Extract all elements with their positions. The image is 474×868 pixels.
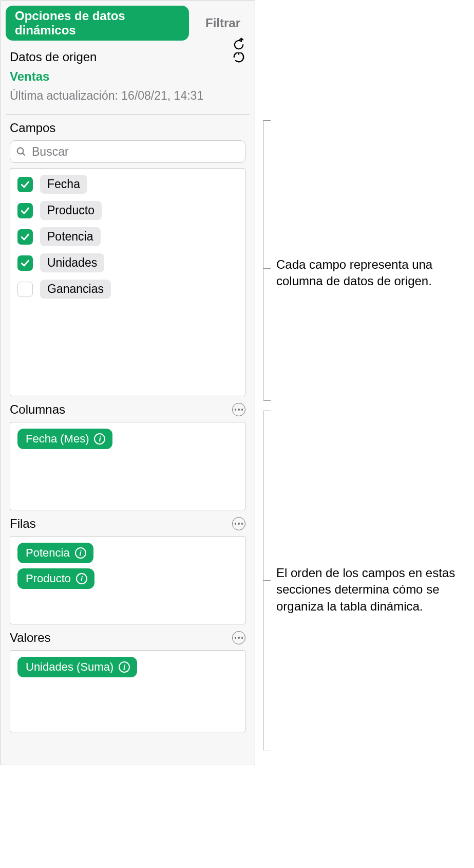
tab-filter[interactable]: Filtrar xyxy=(196,13,250,33)
panel-tabs: Opciones de datos dinámicos Filtrar xyxy=(6,6,250,41)
values-label: Valores xyxy=(10,631,51,645)
check-icon xyxy=(20,206,30,216)
field-pill-producto[interactable]: Producto xyxy=(40,201,102,220)
callout-fields: Cada campo representa una columna de dat… xyxy=(276,256,466,290)
field-checkbox-fecha[interactable] xyxy=(17,177,33,192)
svg-line-1 xyxy=(23,153,25,155)
column-field-fecha-mes[interactable]: Fecha (Mes) i xyxy=(17,429,112,449)
field-checkbox-ganancias[interactable] xyxy=(17,282,33,297)
pill-label: Producto xyxy=(26,572,71,585)
info-icon[interactable]: i xyxy=(119,661,130,673)
field-row: Potencia xyxy=(17,227,238,246)
rows-dropzone[interactable]: Potencia i Producto i xyxy=(10,536,245,624)
field-pill-unidades[interactable]: Unidades xyxy=(40,253,104,272)
tab-pivot-options[interactable]: Opciones de datos dinámicos xyxy=(6,6,189,41)
fields-list: Fecha Producto Potencia Unidades xyxy=(10,168,245,396)
field-row: Ganancias xyxy=(17,280,238,299)
last-updated-text: Última actualización: 16/08/21, 14:31 xyxy=(10,89,245,103)
check-icon xyxy=(20,179,30,190)
callout-order: El orden de los campos en estas seccione… xyxy=(276,565,471,615)
pill-label: Unidades (Suma) xyxy=(26,660,113,674)
fields-search[interactable] xyxy=(10,140,245,163)
refresh-icon[interactable] xyxy=(232,36,245,52)
pill-label: Fecha (Mes) xyxy=(26,432,89,446)
source-label: Datos de origen xyxy=(10,50,97,64)
pivot-options-panel: Opciones de datos dinámicos Filtrar Dato… xyxy=(0,0,255,765)
field-pill-fecha[interactable]: Fecha xyxy=(40,175,87,194)
field-checkbox-producto[interactable] xyxy=(17,203,33,218)
fields-section: Campos Fecha Producto xyxy=(6,115,250,396)
info-icon[interactable]: i xyxy=(75,547,86,559)
check-icon xyxy=(20,258,30,268)
field-pill-ganancias[interactable]: Ganancias xyxy=(40,280,111,299)
callout-bracket xyxy=(263,120,263,400)
row-field-producto[interactable]: Producto i xyxy=(17,568,94,589)
source-block: Datos de origen Ventas Última actualizac… xyxy=(6,41,250,111)
values-dropzone[interactable]: Unidades (Suma) i xyxy=(10,650,245,732)
callout-bracket xyxy=(263,411,263,750)
field-checkbox-potencia[interactable] xyxy=(17,229,33,245)
columns-label: Columnas xyxy=(10,402,65,417)
columns-dropzone[interactable]: Fecha (Mes) i xyxy=(10,422,245,510)
field-row: Producto xyxy=(17,201,238,220)
fields-label: Campos xyxy=(10,121,55,135)
row-field-potencia[interactable]: Potencia i xyxy=(17,543,93,563)
check-icon xyxy=(20,232,30,242)
field-row: Fecha xyxy=(17,175,238,194)
pill-label: Potencia xyxy=(26,546,70,560)
rows-more-icon[interactable] xyxy=(232,517,245,530)
search-icon xyxy=(15,146,27,157)
columns-section: Columnas Fecha (Mes) i xyxy=(6,396,250,510)
field-pill-potencia[interactable]: Potencia xyxy=(40,227,101,246)
columns-more-icon[interactable] xyxy=(232,403,245,416)
svg-point-0 xyxy=(17,148,24,154)
info-icon[interactable]: i xyxy=(94,433,105,445)
value-field-unidades-suma[interactable]: Unidades (Suma) i xyxy=(17,657,137,677)
rows-section: Filas Potencia i Producto i xyxy=(6,510,250,624)
info-icon[interactable]: i xyxy=(76,573,87,584)
field-checkbox-unidades[interactable] xyxy=(17,255,33,271)
source-table-name[interactable]: Ventas xyxy=(10,69,245,84)
search-input[interactable] xyxy=(31,144,240,159)
rows-label: Filas xyxy=(10,516,36,531)
values-more-icon[interactable] xyxy=(232,631,245,644)
values-section: Valores Unidades (Suma) i xyxy=(6,624,250,732)
field-row: Unidades xyxy=(17,253,238,272)
